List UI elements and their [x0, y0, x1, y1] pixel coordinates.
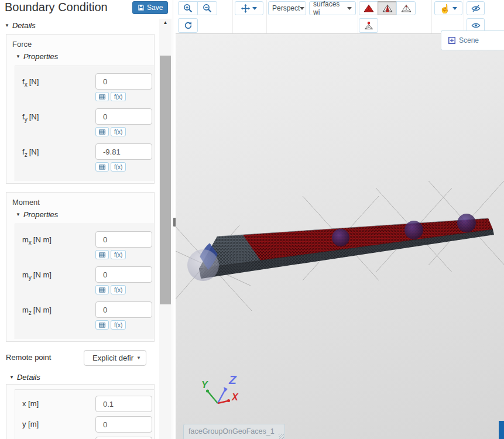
my-label: my[N m] [22, 266, 95, 294]
fz-row: fz[N] f(x) [22, 143, 154, 172]
mesh-points-button[interactable] [359, 18, 378, 33]
toolbar-divider [232, 0, 233, 33]
collapse-triangle-icon: ▼ [16, 54, 20, 59]
force-title: Force [12, 40, 154, 49]
eye-icon [471, 22, 481, 29]
fy-input[interactable] [95, 108, 152, 125]
corner-widget[interactable] [499, 421, 504, 439]
scene-render: Y Z X [176, 34, 504, 439]
pan-button[interactable] [235, 1, 263, 15]
x-input[interactable] [95, 396, 152, 412]
save-label: Save [147, 4, 163, 12]
z-row: z [m] [22, 437, 154, 439]
toolbar-divider [266, 0, 267, 33]
remote-point-sphere [332, 229, 349, 246]
x-axis-label: X [231, 392, 239, 402]
fx-function-button[interactable]: f(x) [111, 92, 126, 101]
remote-point-row: Remote point Explicit defir ▼ [6, 350, 155, 366]
z-axis-label: Z [228, 373, 237, 386]
my-input[interactable] [95, 266, 152, 283]
details-collapse[interactable]: ▼ Details [5, 21, 159, 30]
fx-controls: f(x) [95, 73, 152, 101]
mz-controls: f(x) [95, 301, 152, 330]
chevron-down-icon [252, 7, 257, 10]
mx-input[interactable] [95, 231, 152, 248]
fx-table-button[interactable] [95, 92, 109, 101]
scroll-up-arrow[interactable]: ▲ [159, 20, 172, 28]
table-icon [99, 287, 105, 293]
remote-point-sphere [187, 249, 219, 281]
my-row: my[N m] f(x) [22, 266, 154, 294]
collapse-triangle-icon: ▼ [9, 375, 14, 380]
collapse-triangle-icon: ▼ [16, 212, 20, 217]
mz-label: mz[N m] [22, 301, 95, 330]
z-input[interactable] [95, 437, 152, 439]
scrollbar-thumb[interactable] [160, 56, 171, 304]
tetrahedron-wireframe-icon [400, 4, 412, 13]
page-title: Boundary Condition [5, 1, 108, 14]
expand-plus-icon[interactable] [448, 37, 455, 44]
mz-table-button[interactable] [95, 320, 109, 330]
select-tool-button[interactable]: ☝ [434, 1, 462, 15]
fy-row: fy[N] f(x) [22, 108, 154, 136]
fz-table-button[interactable] [95, 162, 109, 172]
save-icon [138, 4, 145, 11]
table-icon [99, 323, 105, 328]
chevron-down-icon [452, 7, 457, 10]
details-label: Details [12, 21, 36, 30]
scene-tree-panel: Scene [441, 30, 504, 50]
zoom-in-button[interactable] [178, 1, 198, 15]
scene-canvas[interactable]: Y Z X [176, 34, 504, 439]
fz-input[interactable] [95, 143, 152, 160]
my-table-button[interactable] [95, 285, 109, 294]
my-controls: f(x) [95, 266, 152, 294]
mx-row: mx[N m] f(x) [22, 231, 154, 259]
mx-controls: f(x) [95, 231, 152, 259]
properties-label: Properties [23, 52, 58, 61]
tetrahedron-solid-icon [363, 4, 375, 13]
mx-function-button[interactable]: f(x) [111, 250, 126, 259]
mx-table-button[interactable] [95, 250, 109, 259]
y-row: y [m] [22, 416, 154, 433]
projection-select[interactable]: Perspect [268, 1, 306, 15]
mesh-surface-button[interactable] [378, 1, 397, 15]
mz-row: mz[N m] f(x) [22, 301, 154, 330]
fz-function-button[interactable]: f(x) [111, 162, 126, 172]
save-button[interactable]: Save [132, 1, 168, 14]
boundary-condition-panel: Boundary Condition Save ▼ Details Force … [0, 0, 173, 439]
x-row: x [m] [22, 396, 154, 412]
panel-body: ▼ Details Force ▼ Properties fx[N] [0, 18, 159, 439]
panel-header: Boundary Condition Save [0, 0, 173, 18]
force-properties-collapse[interactable]: ▼ Properties [16, 52, 154, 61]
fx-row: fx[N] f(x) [22, 73, 154, 101]
y-input[interactable] [95, 416, 152, 433]
selection-name-box[interactable]: faceGroupOnGeoFaces_1 [183, 424, 285, 439]
my-function-button[interactable]: f(x) [111, 285, 126, 294]
fx-input[interactable] [95, 73, 152, 90]
mesh-wireframe-button[interactable] [396, 1, 416, 15]
refresh-button[interactable] [178, 18, 198, 33]
remote-details-collapse[interactable]: ▼ Details [9, 373, 159, 382]
properties-label: Properties [23, 210, 58, 219]
hide-selected-button[interactable] [467, 1, 485, 15]
collapse-triangle-icon: ▼ [5, 23, 9, 28]
fy-controls: f(x) [95, 108, 152, 136]
toolbar-divider [358, 0, 358, 33]
mz-input[interactable] [95, 301, 152, 318]
fx-label: fx[N] [22, 73, 95, 101]
y-axis-label: Y [201, 380, 208, 390]
axes-triad: Y Z X [201, 373, 239, 403]
moment-title: Moment [12, 198, 154, 207]
resize-grip-icon[interactable] [279, 434, 284, 439]
fy-function-button[interactable]: f(x) [111, 127, 126, 136]
remote-point-select[interactable]: Explicit defir ▼ [84, 350, 146, 366]
moment-properties-collapse[interactable]: ▼ Properties [16, 210, 154, 219]
render-mode-select[interactable]: surfaces wi [309, 1, 356, 15]
zoom-out-button[interactable] [197, 1, 217, 15]
mesh-solid-button[interactable] [359, 1, 378, 15]
toolbar-divider [431, 0, 432, 33]
remote-point-sphere [457, 214, 476, 232]
viewport-toolbar: Perspect surfaces wi [176, 0, 504, 34]
fy-table-button[interactable] [95, 127, 109, 136]
mz-function-button[interactable]: f(x) [111, 320, 126, 330]
